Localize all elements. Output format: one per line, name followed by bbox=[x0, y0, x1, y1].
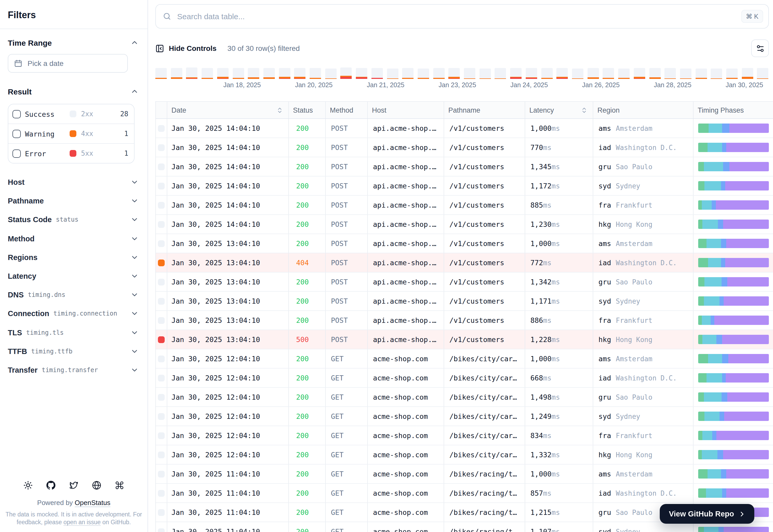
table-row[interactable]: Jan 30, 2025 13:04:10 200 POST api.acme-… bbox=[156, 311, 773, 330]
status-color-swatch bbox=[70, 150, 76, 157]
table-row[interactable]: Jan 30, 2025 14:04:10 200 POST api.acme-… bbox=[156, 119, 773, 138]
table-row[interactable]: Jan 30, 2025 13:04:10 404 POST api.acme-… bbox=[156, 253, 773, 272]
histogram-bar[interactable] bbox=[556, 68, 568, 79]
histogram-bar[interactable] bbox=[233, 68, 244, 79]
histogram-bar[interactable] bbox=[186, 67, 198, 79]
cell-region: sydSydney bbox=[593, 292, 694, 310]
result-header[interactable]: Result bbox=[8, 85, 139, 98]
openstatus-link[interactable]: OpenStatus bbox=[75, 499, 110, 507]
table-row[interactable]: Jan 30, 2025 13:04:10 500 POST api.acme-… bbox=[156, 330, 773, 349]
search-input[interactable] bbox=[176, 11, 741, 21]
timing-phases-bar bbox=[698, 239, 769, 248]
date-picker-button[interactable]: Pick a date bbox=[8, 54, 128, 73]
github-link-button[interactable] bbox=[46, 481, 56, 490]
result-option-row[interactable]: Error 5xx 1 bbox=[8, 143, 134, 163]
histogram-bar[interactable] bbox=[541, 68, 552, 79]
histogram-bar[interactable] bbox=[387, 69, 398, 79]
open-issue-link[interactable]: open an issue bbox=[63, 519, 100, 526]
table-row[interactable]: Jan 30, 2025 12:04:10 200 GET acme-shop.… bbox=[156, 349, 773, 369]
histogram-bar[interactable] bbox=[464, 68, 475, 79]
histogram-bar[interactable] bbox=[248, 68, 259, 79]
table-row[interactable]: Jan 30, 2025 13:04:10 200 POST api.acme-… bbox=[156, 292, 773, 311]
histogram-bar[interactable] bbox=[649, 68, 661, 79]
result-option-row[interactable]: Warning 4xx 1 bbox=[8, 124, 134, 143]
histogram-bar[interactable] bbox=[526, 68, 537, 79]
histogram-bar[interactable] bbox=[341, 67, 352, 79]
histogram-bar[interactable] bbox=[495, 68, 506, 79]
filter-accordion-row[interactable]: Transfer timing.transfer bbox=[0, 361, 147, 379]
table-row[interactable]: Jan 30, 2025 13:04:10 200 POST api.acme-… bbox=[156, 272, 773, 292]
histogram-bar[interactable] bbox=[171, 68, 182, 79]
cell-level-indicator bbox=[156, 138, 167, 157]
histogram-bar[interactable] bbox=[603, 68, 614, 79]
histogram-bar[interactable] bbox=[711, 69, 722, 79]
filter-accordion-row[interactable]: Status Code status bbox=[0, 210, 147, 229]
result-option-row[interactable]: Success 2xx 28 bbox=[8, 104, 134, 124]
twitter-link-button[interactable] bbox=[69, 481, 78, 490]
histogram-bar[interactable] bbox=[402, 68, 414, 79]
table-row[interactable]: Jan 30, 2025 14:04:10 200 POST api.acme-… bbox=[156, 176, 773, 196]
filter-accordion-row[interactable]: Method bbox=[0, 229, 147, 248]
histogram-bar[interactable] bbox=[695, 69, 707, 79]
histogram-bar[interactable] bbox=[294, 68, 306, 79]
table-row[interactable]: Jan 30, 2025 12:04:10 200 GET acme-shop.… bbox=[156, 426, 773, 445]
filter-accordion-row[interactable]: Pathname bbox=[0, 192, 147, 210]
column-header-date[interactable]: Date bbox=[167, 102, 289, 118]
histogram-bar[interactable] bbox=[572, 69, 584, 79]
filter-accordion-row[interactable]: Regions bbox=[0, 248, 147, 267]
histogram-bar[interactable] bbox=[418, 69, 429, 79]
histogram-bar[interactable] bbox=[279, 68, 290, 79]
histogram-bar[interactable] bbox=[726, 69, 738, 79]
histogram-bar[interactable] bbox=[325, 69, 336, 79]
chevron-down-icon bbox=[130, 310, 139, 318]
histogram-bar[interactable] bbox=[742, 68, 753, 79]
filter-accordion-row[interactable]: TTFB timing.ttfb bbox=[0, 342, 147, 360]
table-row[interactable]: Jan 30, 2025 12:04:10 200 GET acme-shop.… bbox=[156, 369, 773, 388]
histogram-bar[interactable] bbox=[618, 69, 630, 79]
filter-accordion-row[interactable]: Host bbox=[0, 173, 147, 192]
table-row[interactable]: Jan 30, 2025 14:04:10 200 POST api.acme-… bbox=[156, 157, 773, 176]
hide-controls-button[interactable]: Hide Controls bbox=[155, 44, 217, 53]
filter-accordion-row[interactable]: TLS timing.tls bbox=[0, 323, 147, 342]
view-options-button[interactable] bbox=[751, 39, 769, 57]
histogram-bar[interactable] bbox=[634, 68, 645, 79]
checkbox[interactable] bbox=[12, 110, 21, 118]
histogram-bar[interactable] bbox=[356, 68, 367, 79]
filter-accordion-row[interactable]: DNS timing.dns bbox=[0, 285, 147, 304]
histogram-bar[interactable] bbox=[217, 68, 229, 79]
histogram-bar[interactable] bbox=[680, 69, 692, 79]
cell-pathname: /v1/customers bbox=[444, 196, 525, 214]
command-menu-button[interactable] bbox=[115, 481, 124, 490]
histogram-bar[interactable] bbox=[587, 68, 599, 79]
histogram-bar[interactable] bbox=[263, 68, 275, 79]
histogram-bar[interactable] bbox=[757, 68, 769, 79]
histogram-bar[interactable] bbox=[310, 68, 321, 79]
table-row[interactable]: Jan 30, 2025 14:04:10 200 POST api.acme-… bbox=[156, 215, 773, 234]
histogram-bar[interactable] bbox=[202, 68, 213, 79]
time-range-header[interactable]: Time Range bbox=[8, 36, 139, 49]
histogram-bar[interactable] bbox=[155, 68, 167, 79]
table-row[interactable]: Jan 30, 2025 12:04:10 200 GET acme-shop.… bbox=[156, 388, 773, 407]
table-row[interactable]: Jan 30, 2025 11:04:10 200 GET acme-shop.… bbox=[156, 484, 773, 503]
table-row[interactable]: Jan 30, 2025 14:04:10 200 POST api.acme-… bbox=[156, 138, 773, 157]
table-row[interactable]: Jan 30, 2025 12:04:10 200 GET acme-shop.… bbox=[156, 445, 773, 465]
table-row[interactable]: Jan 30, 2025 12:04:10 200 GET acme-shop.… bbox=[156, 407, 773, 426]
histogram-bar[interactable] bbox=[449, 68, 460, 79]
theme-toggle-button[interactable] bbox=[23, 481, 33, 490]
table-row[interactable]: Jan 30, 2025 11:04:10 200 GET acme-shop.… bbox=[156, 465, 773, 484]
checkbox[interactable] bbox=[12, 129, 21, 138]
table-row[interactable]: Jan 30, 2025 13:04:10 200 POST api.acme-… bbox=[156, 234, 773, 253]
column-header-latency[interactable]: Latency bbox=[525, 102, 593, 118]
histogram-bar[interactable] bbox=[479, 69, 491, 79]
filter-accordion-label: Host bbox=[8, 178, 24, 186]
website-link-button[interactable] bbox=[92, 481, 101, 490]
histogram-bar[interactable] bbox=[433, 68, 444, 79]
filter-accordion-row[interactable]: Connection timing.connection bbox=[0, 304, 147, 323]
table-row[interactable]: Jan 30, 2025 14:04:10 200 POST api.acme-… bbox=[156, 196, 773, 215]
histogram-bar[interactable] bbox=[371, 68, 383, 79]
filter-accordion-row[interactable]: Latency bbox=[0, 267, 147, 285]
view-github-repo-button[interactable]: View GitHub Repo bbox=[660, 504, 754, 524]
histogram-bar[interactable] bbox=[665, 68, 676, 79]
checkbox[interactable] bbox=[12, 149, 21, 158]
histogram-bar[interactable] bbox=[510, 68, 521, 79]
